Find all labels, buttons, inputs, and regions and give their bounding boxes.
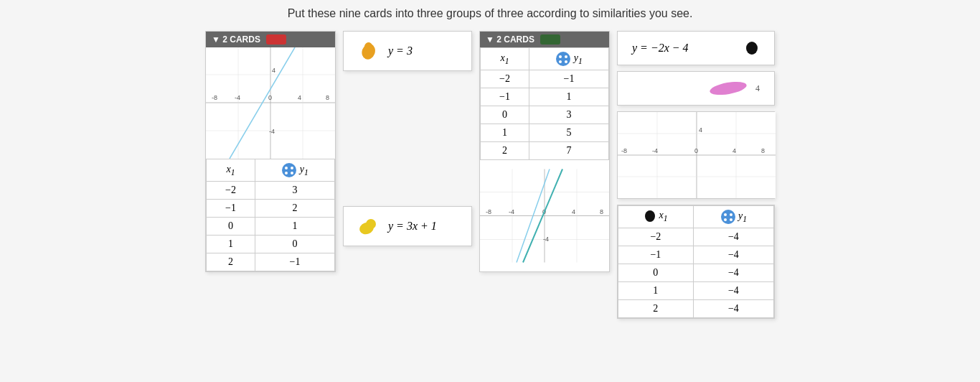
table-row: −2−1	[481, 70, 609, 88]
svg-text:0: 0	[694, 147, 698, 154]
group1-col1-header: x1	[207, 159, 255, 182]
svg-text:4: 4	[732, 147, 736, 154]
group1-header-dot	[266, 34, 286, 45]
group1-stacked-card[interactable]: ▼ 2 CARDS -8 -4 0	[205, 31, 336, 272]
group2-col1-header: x1	[481, 48, 529, 70]
svg-text:0: 0	[268, 94, 272, 101]
table-row: 27	[481, 142, 609, 160]
svg-text:-4: -4	[269, 128, 275, 135]
middle-left-group: y = 3 y = 3x + 1	[343, 31, 472, 246]
svg-point-56	[645, 210, 655, 222]
group3-col1-header: x1	[618, 206, 694, 228]
group1-col2-header: y1	[255, 159, 335, 182]
card-y3[interactable]: y = 3	[343, 31, 472, 71]
group3: y = −2x − 4 4	[617, 31, 775, 319]
group1-header: ▼ 2 CARDS	[206, 32, 335, 47]
svg-point-16	[291, 167, 293, 169]
group3-graph-card[interactable]: -8 -4 0 4 8 4	[617, 111, 775, 199]
group2-graph: -8 -4 0 4 8 -4	[480, 160, 609, 271]
group2-header-label: ▼ 2 CARDS	[486, 34, 534, 45]
svg-text:8: 8	[761, 147, 765, 154]
svg-point-58	[724, 213, 727, 216]
svg-point-18	[291, 172, 293, 174]
card-eq-neg2x-4[interactable]: y = −2x − 4	[617, 31, 775, 65]
svg-point-60	[724, 218, 727, 221]
group3-table: x1 y1	[618, 205, 774, 318]
card-y3x1[interactable]: y = 3x + 1	[343, 206, 472, 246]
svg-point-22	[366, 219, 376, 229]
svg-text:4: 4	[572, 208, 575, 215]
svg-point-15	[285, 167, 288, 169]
table-row: 1−4	[618, 282, 774, 300]
table-row: 15	[481, 124, 609, 142]
card-pink-blob[interactable]: 4	[617, 71, 775, 106]
svg-point-57	[721, 210, 735, 224]
group3-graph: -8 -4 0 4 8 4	[618, 112, 776, 198]
group1-graph-svg: -8 -4 0 4 8 4 -4	[206, 47, 335, 159]
table-row: 01	[207, 218, 335, 236]
group3-graph-svg: -8 -4 0 4 8 4	[618, 112, 776, 198]
svg-point-14	[282, 163, 296, 177]
group2-header-dot	[540, 34, 560, 45]
table-row: −1−4	[618, 246, 774, 264]
group2: ▼ 2 CARDS x1	[479, 31, 610, 272]
black-blob-icon	[744, 40, 760, 56]
group2-dice-icon	[555, 51, 571, 67]
table-row: 03	[481, 106, 609, 124]
eq-y3x1-text: y = 3x + 1	[388, 220, 437, 233]
svg-text:4: 4	[699, 126, 702, 134]
group1-header-label: ▼ 2 CARDS	[212, 34, 260, 45]
svg-text:-4: -4	[509, 208, 514, 215]
instruction-text: Put these nine cards into three groups o…	[288, 7, 693, 20]
group2-header: ▼ 2 CARDS	[480, 32, 609, 47]
svg-text:4: 4	[298, 94, 301, 101]
group2-stacked-card[interactable]: ▼ 2 CARDS x1	[479, 31, 610, 272]
svg-text:4: 4	[272, 67, 275, 74]
group1-table: x1 y1	[206, 159, 335, 271]
table-row: 0−4	[618, 264, 774, 282]
group2-table: x1 y1	[480, 47, 609, 160]
svg-text:-8: -8	[621, 147, 627, 154]
pink-blob-label: 4	[755, 83, 760, 94]
svg-point-42	[746, 42, 758, 55]
table-row: −12	[207, 200, 335, 218]
orange-blob-icon	[358, 40, 380, 62]
table-row: −23	[207, 182, 335, 200]
group1-dice-icon	[281, 162, 297, 178]
group3-col2-header: y1	[693, 206, 773, 228]
table-row: 10	[207, 236, 335, 253]
svg-line-13	[230, 47, 295, 159]
group3-table-card[interactable]: x1 y1	[617, 205, 775, 319]
svg-point-61	[730, 218, 732, 221]
yellow-blob-icon	[358, 215, 380, 237]
svg-text:-4: -4	[543, 236, 549, 243]
table-row: 2−4	[618, 300, 774, 318]
group2-col2-header: y1	[529, 48, 609, 70]
group1-graph: -8 -4 0 4 8 4 -4	[206, 47, 335, 159]
svg-point-43	[709, 80, 748, 96]
svg-text:-8: -8	[212, 94, 217, 101]
cards-row: ▼ 2 CARDS -8 -4 0	[198, 31, 782, 319]
svg-point-17	[285, 172, 288, 174]
svg-point-23	[556, 52, 570, 66]
table-row: −11	[481, 88, 609, 106]
svg-point-59	[730, 213, 732, 216]
svg-point-26	[559, 60, 562, 63]
svg-text:-4: -4	[652, 147, 658, 154]
svg-point-24	[559, 55, 562, 58]
group1: ▼ 2 CARDS -8 -4 0	[205, 31, 336, 272]
eq-neg2x4-text: y = −2x − 4	[632, 42, 735, 55]
group3-dice-icon	[720, 209, 736, 225]
svg-text:-8: -8	[486, 208, 491, 215]
svg-text:-4: -4	[235, 94, 240, 101]
table-row: −2−4	[618, 228, 774, 246]
group3-black-dot-icon	[644, 210, 656, 223]
eq-y3-text: y = 3	[388, 45, 413, 57]
pink-blob-icon	[707, 80, 750, 96]
svg-point-27	[565, 60, 567, 63]
svg-text:8: 8	[600, 208, 603, 215]
group2-graph-svg: -8 -4 0 4 8 -4	[480, 160, 609, 271]
svg-text:8: 8	[326, 94, 329, 101]
svg-point-25	[565, 55, 567, 58]
table-row: 2−1	[207, 253, 335, 271]
